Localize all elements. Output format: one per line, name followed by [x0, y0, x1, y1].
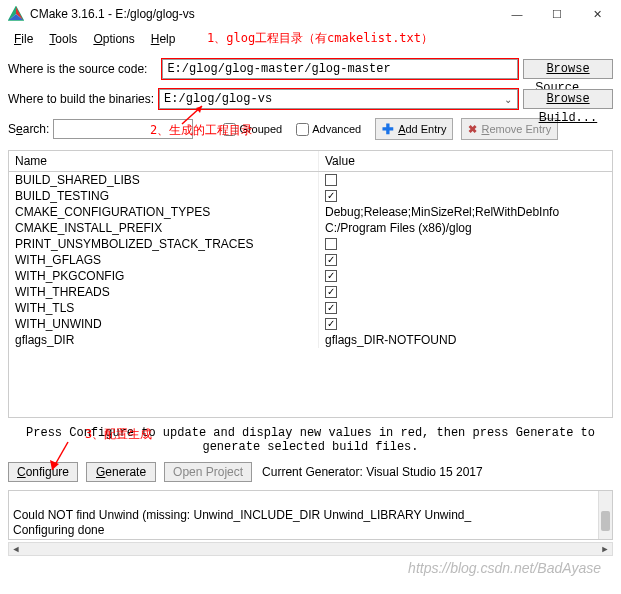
cache-value[interactable]: Debug;Release;MinSizeRel;RelWithDebInfo	[319, 204, 612, 220]
checkbox-icon[interactable]	[325, 286, 337, 298]
cache-value[interactable]	[319, 300, 612, 316]
cache-value[interactable]: gflags_DIR-NOTFOUND	[319, 332, 612, 348]
advanced-checkbox[interactable]: Advanced	[296, 123, 361, 136]
source-path-input[interactable]	[162, 59, 518, 79]
menu-file[interactable]: File	[6, 30, 41, 48]
cache-row[interactable]: WITH_UNWIND	[9, 316, 612, 332]
cache-value[interactable]	[319, 172, 612, 188]
cache-row[interactable]: WITH_PKGCONFIG	[9, 268, 612, 284]
cache-value[interactable]	[319, 268, 612, 284]
cache-row[interactable]: WITH_GFLAGS	[9, 252, 612, 268]
cache-value[interactable]	[319, 236, 612, 252]
cache-name: CMAKE_INSTALL_PREFIX	[9, 220, 319, 236]
cache-value[interactable]	[319, 284, 612, 300]
add-entry-button[interactable]: ✚Add Entry	[375, 118, 453, 140]
cache-row[interactable]: CMAKE_CONFIGURATION_TYPESDebug;Release;M…	[9, 204, 612, 220]
cache-value[interactable]	[319, 252, 612, 268]
checkbox-icon[interactable]	[325, 270, 337, 282]
search-label: Search:	[8, 122, 49, 136]
cache-value[interactable]	[319, 188, 612, 204]
cache-name: CMAKE_CONFIGURATION_TYPES	[9, 204, 319, 220]
build-path-input[interactable]	[159, 89, 518, 109]
cache-row[interactable]: BUILD_TESTING	[9, 188, 612, 204]
cache-row[interactable]: WITH_THREADS	[9, 284, 612, 300]
build-label: Where to build the binaries:	[8, 92, 154, 106]
menu-options[interactable]: Options	[85, 30, 142, 48]
menu-help[interactable]: Help	[143, 30, 184, 48]
menu-tools[interactable]: Tools	[41, 30, 85, 48]
open-project-button[interactable]: Open Project	[164, 462, 252, 482]
cache-name: WITH_UNWIND	[9, 316, 319, 332]
cache-name: BUILD_TESTING	[9, 188, 319, 204]
cache-row[interactable]: gflags_DIRgflags_DIR-NOTFOUND	[9, 332, 612, 348]
checkbox-icon[interactable]	[325, 174, 337, 186]
cache-name: WITH_TLS	[9, 300, 319, 316]
col-name-header[interactable]: Name	[9, 151, 319, 171]
col-value-header[interactable]: Value	[319, 151, 612, 171]
horizontal-scrollbar[interactable]: ◄►	[8, 542, 613, 556]
checkbox-icon[interactable]	[325, 190, 337, 202]
chevron-down-icon[interactable]: ⌄	[500, 91, 516, 107]
cache-row[interactable]: PRINT_UNSYMBOLIZED_STACK_TRACES	[9, 236, 612, 252]
generate-button[interactable]: Generate	[86, 462, 156, 482]
cache-name: gflags_DIR	[9, 332, 319, 348]
cache-name: WITH_THREADS	[9, 284, 319, 300]
source-label: Where is the source code:	[8, 62, 157, 76]
search-input[interactable]	[53, 119, 193, 139]
cache-value[interactable]: C:/Program Files (x86)/glog	[319, 220, 612, 236]
browse-build-button[interactable]: Browse Build...	[523, 89, 613, 109]
cache-name: WITH_GFLAGS	[9, 252, 319, 268]
checkbox-icon[interactable]	[325, 254, 337, 266]
checkbox-icon[interactable]	[325, 238, 337, 250]
checkbox-icon[interactable]	[325, 318, 337, 330]
help-text: Press Configure to update and display ne…	[0, 422, 621, 458]
cache-row[interactable]: WITH_TLS	[9, 300, 612, 316]
log-output[interactable]: Could NOT find Unwind (missing: Unwind_I…	[8, 490, 613, 540]
cmake-logo-icon	[8, 6, 24, 22]
close-button[interactable]: ✕	[577, 2, 617, 26]
cache-name: WITH_PKGCONFIG	[9, 268, 319, 284]
cache-name: BUILD_SHARED_LIBS	[9, 172, 319, 188]
grouped-checkbox[interactable]: Grouped	[223, 123, 282, 136]
vertical-scrollbar[interactable]	[598, 491, 612, 539]
cache-value[interactable]	[319, 316, 612, 332]
watermark: https://blog.csdn.net/BadAyase	[408, 560, 601, 576]
checkbox-icon[interactable]	[325, 302, 337, 314]
cache-row[interactable]: CMAKE_INSTALL_PREFIXC:/Program Files (x8…	[9, 220, 612, 236]
configure-button[interactable]: Configure	[8, 462, 78, 482]
maximize-button[interactable]: ☐	[537, 2, 577, 26]
cache-row[interactable]: BUILD_SHARED_LIBS	[9, 172, 612, 188]
browse-source-button[interactable]: Browse Source...	[523, 59, 613, 79]
window-title: CMake 3.16.1 - E:/glog/glog-vs	[30, 7, 497, 21]
minimize-button[interactable]: —	[497, 2, 537, 26]
current-generator-label: Current Generator: Visual Studio 15 2017	[262, 465, 483, 479]
cache-name: PRINT_UNSYMBOLIZED_STACK_TRACES	[9, 236, 319, 252]
